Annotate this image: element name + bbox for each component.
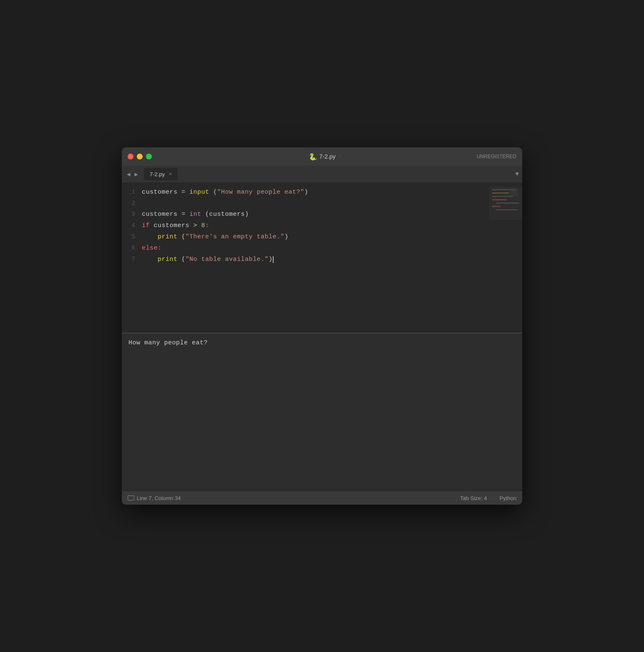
token: print [158, 256, 178, 263]
svg-rect-8 [510, 188, 518, 197]
token: = [178, 189, 190, 196]
tab-label: 7-2.py [150, 171, 165, 177]
token: 8 [201, 222, 206, 229]
line-number: 2 [122, 198, 142, 209]
language: Python [500, 495, 516, 501]
status-right: Tab Size: 4 Python [460, 495, 516, 501]
cursor-position: Line 7, Column 34 [137, 495, 181, 501]
code-line: 5 print ("There's an empty table.") [122, 231, 522, 243]
line-content: print ("No table available.") [142, 254, 274, 265]
terminal-output: How many people eat? [128, 339, 516, 346]
title-bar: 🐍 7-2.py UNREGISTERED [122, 147, 522, 166]
line-number: 7 [122, 254, 142, 265]
token: customers [142, 211, 178, 218]
token: else [142, 245, 158, 252]
token [142, 256, 158, 263]
token: customers [142, 189, 178, 196]
token: customers > [150, 222, 201, 229]
token: if [142, 222, 150, 229]
token: ( [178, 256, 186, 263]
token: : [158, 245, 162, 252]
text-cursor [273, 256, 274, 263]
window-title-text: 7-2.py [319, 153, 336, 160]
token: = [178, 211, 190, 218]
line-number: 1 [122, 187, 142, 197]
tab-close-button[interactable]: × [169, 171, 172, 177]
minimize-button[interactable] [137, 154, 143, 159]
terminal-panel[interactable]: How many people eat? [122, 333, 522, 491]
maximize-button[interactable] [146, 154, 152, 159]
editor-window: 🐍 7-2.py UNREGISTERED ◀ ▶ 7-2.py × ▼ [122, 147, 522, 505]
token: input [189, 189, 209, 196]
tab-dropdown-button[interactable]: ▼ [516, 171, 519, 177]
minimap [489, 187, 522, 220]
svg-rect-2 [492, 192, 509, 194]
token: (customers) [201, 211, 249, 218]
tab-forward-button[interactable]: ▶ [133, 170, 139, 179]
token: ( [209, 189, 217, 196]
traffic-lights [128, 154, 152, 159]
svg-rect-6 [492, 206, 501, 207]
tab-bar: ◀ ▶ 7-2.py × ▼ [122, 166, 522, 182]
line-content: customers = int (customers) [142, 209, 249, 220]
code-line: 1customers = input ("How many people eat… [122, 187, 522, 198]
token [142, 233, 158, 240]
line-number: 6 [122, 243, 142, 253]
code-line: 6else: [122, 243, 522, 254]
tab-back-button[interactable]: ◀ [125, 170, 132, 179]
code-lines: 1customers = input ("How many people eat… [122, 187, 522, 265]
status-position-item: Line 7, Column 34 [128, 495, 181, 501]
close-button[interactable] [128, 154, 133, 159]
token: print [158, 233, 178, 240]
line-content: customers = input ("How many people eat?… [142, 187, 308, 198]
code-line: 7 print ("No table available.") [122, 254, 522, 265]
token: "There's an empty table." [186, 233, 285, 240]
code-line: 3customers = int (customers) [122, 209, 522, 220]
tab-size: Tab Size: 4 [460, 495, 487, 501]
editor-icon [128, 495, 134, 500]
token: : [205, 222, 209, 229]
token: "No table available." [186, 256, 269, 263]
token: int [189, 211, 201, 218]
line-number: 5 [122, 231, 142, 242]
status-bar: Line 7, Column 34 Tab Size: 4 Python [122, 491, 522, 505]
tab-navigation: ◀ ▶ [125, 170, 140, 179]
token: ) [269, 256, 273, 263]
line-number: 4 [122, 220, 142, 231]
token: ( [178, 233, 186, 240]
code-line: 4if customers > 8: [122, 220, 522, 231]
code-line: 2 [122, 198, 522, 209]
line-content: if customers > 8: [142, 220, 209, 231]
svg-rect-4 [492, 199, 507, 200]
line-content: print ("There's an empty table.") [142, 232, 289, 243]
token: ) [284, 233, 289, 240]
token: "How many people eat?" [217, 189, 304, 196]
file-tab[interactable]: 7-2.py × [144, 168, 178, 180]
unregistered-label: UNREGISTERED [477, 154, 516, 159]
line-content: else: [142, 243, 162, 254]
file-icon: 🐍 [309, 153, 317, 161]
svg-rect-7 [496, 209, 517, 210]
window-title: 🐍 7-2.py [309, 153, 336, 161]
code-editor[interactable]: 1customers = input ("How many people eat… [122, 182, 522, 333]
line-number: 3 [122, 209, 142, 220]
token: ) [304, 189, 309, 196]
svg-rect-5 [496, 202, 519, 204]
